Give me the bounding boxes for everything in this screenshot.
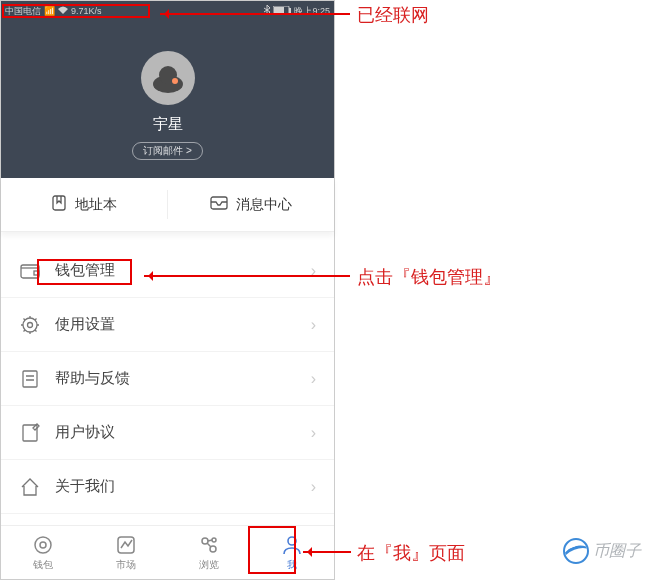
menu-label: 用户协议 (55, 423, 311, 442)
tab-label: 钱包 (33, 558, 53, 572)
chevron-right-icon: › (311, 424, 316, 442)
svg-point-5 (172, 78, 178, 84)
menu-label: 使用设置 (55, 315, 311, 334)
menu-help[interactable]: 帮助与反馈 › (1, 352, 334, 406)
browse-tab-icon (198, 534, 220, 556)
avatar[interactable] (141, 51, 195, 105)
menu-agreement[interactable]: 用户协议 › (1, 406, 334, 460)
chevron-right-icon: › (311, 262, 316, 280)
tab-label: 市场 (116, 558, 136, 572)
menu-settings[interactable]: 使用设置 › (1, 298, 334, 352)
tab-wallet[interactable]: 钱包 (1, 526, 84, 579)
chevron-right-icon: › (311, 370, 316, 388)
svg-rect-7 (211, 197, 227, 209)
home-icon (19, 476, 41, 498)
tab-market[interactable]: 市场 (84, 526, 167, 579)
svg-point-20 (288, 537, 296, 545)
market-tab-icon (115, 534, 137, 556)
status-bar: 中国电信 📶 9.71K/s 晚上9:25 (1, 1, 334, 21)
menu-wallet-manage[interactable]: 钱包管理 › (1, 244, 334, 298)
wifi-icon (58, 6, 68, 16)
username: 宇星 (153, 115, 183, 134)
message-center-button[interactable]: 消息中心 (168, 178, 334, 231)
subscribe-button[interactable]: 订阅邮件 > (132, 142, 203, 160)
quick-row: 地址本 消息中心 (1, 178, 334, 232)
bluetooth-icon (264, 5, 270, 17)
menu-label: 钱包管理 (55, 261, 311, 280)
tab-browse[interactable]: 浏览 (168, 526, 251, 579)
menu-label: 帮助与反馈 (55, 369, 311, 388)
chevron-right-icon: › (311, 478, 316, 496)
phone-frame: 中国电信 📶 9.71K/s 晚上9:25 宇星 订阅邮件 > (0, 0, 335, 580)
watermark: 币圈子 (563, 538, 641, 564)
annotation-connected: 已经联网 (357, 3, 429, 27)
note-icon (19, 368, 41, 390)
tab-bar: 钱包 市场 浏览 我 (1, 525, 334, 579)
svg-point-15 (40, 542, 46, 548)
svg-point-19 (212, 538, 216, 542)
inbox-icon (210, 196, 228, 213)
message-center-label: 消息中心 (236, 196, 292, 214)
tab-me[interactable]: 我 (251, 526, 334, 579)
signal-icon: 📶 (44, 6, 55, 16)
menu-list: 钱包管理 › 使用设置 › 帮助与反馈 › 用户协议 › (1, 244, 334, 514)
svg-rect-13 (23, 425, 37, 441)
svg-rect-9 (34, 271, 39, 275)
chevron-right-icon: › (311, 316, 316, 334)
time-label: 晚上9:25 (294, 5, 330, 18)
bookmark-icon (51, 195, 67, 214)
menu-about[interactable]: 关于我们 › (1, 460, 334, 514)
gear-icon (19, 314, 41, 336)
svg-rect-1 (274, 7, 284, 14)
tab-label: 我 (287, 558, 297, 572)
svg-rect-16 (118, 537, 134, 553)
wallet-icon (19, 260, 41, 282)
menu-label: 关于我们 (55, 477, 311, 496)
svg-rect-12 (23, 371, 37, 387)
person-tab-icon (281, 534, 303, 556)
profile-header: 宇星 订阅邮件 > (1, 21, 334, 178)
svg-point-11 (28, 322, 33, 327)
svg-rect-6 (53, 196, 65, 210)
speed-label: 9.71K/s (71, 6, 102, 16)
annotation-me-page: 在『我』页面 (357, 541, 465, 565)
svg-rect-2 (289, 8, 291, 13)
wallet-tab-icon (32, 534, 54, 556)
carrier-label: 中国电信 (5, 5, 41, 18)
address-book-label: 地址本 (75, 196, 117, 214)
watermark-text: 币圈子 (593, 541, 641, 562)
address-book-button[interactable]: 地址本 (1, 178, 167, 231)
edit-icon (19, 422, 41, 444)
annotation-click-wallet: 点击『钱包管理』 (357, 265, 501, 289)
svg-point-14 (35, 537, 51, 553)
svg-point-10 (23, 318, 37, 332)
battery-icon (273, 6, 291, 17)
watermark-logo-icon (563, 538, 589, 564)
tab-label: 浏览 (199, 558, 219, 572)
